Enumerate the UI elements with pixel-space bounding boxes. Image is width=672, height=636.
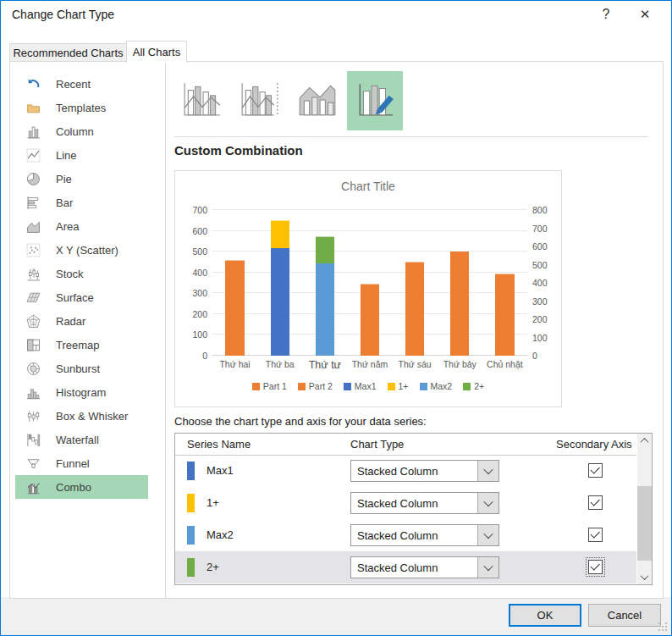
subtype-custom-combination-icon [354, 80, 396, 122]
sidebar-item-waterfall[interactable]: Waterfall [15, 428, 148, 451]
chart-type-dropdown[interactable]: Stacked Column [350, 556, 499, 578]
tab-all-charts[interactable]: All Charts [126, 41, 187, 63]
histogram-icon [25, 384, 41, 400]
secondary-axis-tick-label: 300 [532, 296, 548, 307]
chart-preview: Chart Title 0100200300400500600700 01002… [174, 170, 562, 407]
subtype-custom-combination-button[interactable] [347, 71, 403, 130]
sidebar-item-combo[interactable]: Combo [15, 475, 148, 499]
legend-marker [388, 383, 395, 390]
series-row-1plus[interactable]: 1+Stacked Column [175, 487, 636, 519]
x-axis-label: Thứ năm [347, 359, 392, 369]
pie-icon [25, 171, 41, 186]
series-row-max1[interactable]: Max1Stacked Column [175, 455, 636, 487]
sidebar-item-bar[interactable]: Bar [15, 191, 148, 214]
sidebar-item-sunburst[interactable]: Sunburst [15, 357, 148, 380]
secondary-axis-tick-label: 100 [532, 333, 548, 343]
bar-group-th-s-u [393, 210, 438, 356]
sidebar-item-surface[interactable]: Surface [15, 285, 148, 309]
subtype-clustered-column-line-button[interactable] [174, 71, 230, 130]
sidebar-item-templates[interactable]: Templates [15, 96, 148, 119]
series-name-label: Max2 [207, 528, 234, 541]
sidebar-item-label: Templates [56, 102, 106, 114]
sidebar-item-radar[interactable]: Radar [15, 309, 148, 333]
sidebar-item-histogram[interactable]: Histogram [15, 380, 148, 404]
dropdown-arrow-button[interactable] [477, 461, 498, 481]
sidebar-item-funnel[interactable]: Funnel [15, 451, 148, 475]
sidebar-item-label: Waterfall [56, 434, 99, 446]
help-button[interactable]: ? [592, 4, 620, 25]
bar-group-ch-nh-t [482, 210, 527, 356]
x-axis-label: Thứ hai [212, 359, 257, 369]
legend-marker [420, 383, 427, 390]
sidebar-item-label: Combo [56, 481, 91, 494]
ok-button[interactable]: OK [509, 604, 581, 627]
sidebar-item-pie[interactable]: Pie [15, 167, 148, 191]
secondary-axis-checkbox[interactable] [588, 495, 603, 510]
header-series-name: Series Name [187, 438, 251, 451]
bar-segment-1plus [271, 220, 289, 248]
subtype-clustered-column-line-secondary-axis-button[interactable] [232, 71, 288, 130]
line-icon [25, 147, 41, 163]
series-color-swatch [187, 526, 195, 545]
scrollbar-up-button[interactable] [637, 434, 652, 448]
sidebar-item-label: Column [56, 125, 94, 138]
dropdown-arrow-button[interactable] [477, 557, 498, 578]
x-axis-label: Chủ nhật [482, 359, 527, 369]
chart-type-dropdown[interactable]: Stacked Column [350, 492, 499, 514]
chevron-up-icon [641, 438, 649, 446]
sidebar-item-recent[interactable]: Recent [15, 72, 148, 96]
sidebar-item-line[interactable]: Line [15, 143, 148, 167]
chart-type-dropdown[interactable]: Stacked Column [350, 524, 499, 546]
change-chart-type-dialog: Change Chart Type ? ✕ Recommended Charts… [0, 0, 672, 636]
secondary-axis-checkbox[interactable] [588, 560, 603, 574]
title-bar: Change Chart Type ? ✕ [1, 1, 671, 28]
sidebar-item-label: Recent [56, 78, 91, 91]
secondary-axis-tick-label: 200 [532, 314, 548, 324]
sidebar-item-label: Surface [56, 291, 94, 304]
bar-segment-part-1 [361, 315, 379, 356]
all-charts-pane: RecentTemplatesColumnLinePieBarAreaX Y (… [9, 61, 664, 599]
series-row-max2[interactable]: Max2Stacked Column [175, 519, 636, 551]
chart-type-dropdown[interactable]: Stacked Column [350, 460, 499, 482]
bar-segment-part-1 [405, 295, 424, 356]
series-name-label: 2+ [207, 561, 219, 573]
table-scrollbar[interactable] [637, 434, 652, 584]
legend-marker [298, 383, 306, 390]
scrollbar-down-button[interactable] [637, 570, 652, 584]
sidebar-item-area[interactable]: Area [15, 214, 148, 238]
secondary-axis-tick-label: 800 [532, 205, 548, 215]
footer-bar: OK Cancel [1, 597, 671, 635]
series-name-label: 1+ [207, 496, 219, 509]
sidebar-item-treemap[interactable]: Treemap [15, 333, 148, 357]
sidebar-item-label: Line [56, 149, 77, 162]
secondary-axis-checkbox[interactable] [588, 528, 603, 542]
stock-icon [25, 266, 41, 281]
tab-recommended-charts[interactable]: Recommended Charts [9, 43, 127, 62]
cancel-button[interactable]: Cancel [588, 604, 661, 627]
bar-group-th-t [302, 210, 347, 356]
resize-grip[interactable] [658, 622, 669, 633]
series-color-swatch [187, 462, 195, 480]
close-button[interactable]: ✕ [631, 4, 659, 25]
secondary-axis-tick-label: 500 [532, 260, 548, 270]
primary-axis-tick-label: 0 [202, 351, 207, 361]
chart-legend: Part 1Part 2Max11+Max22+ [175, 381, 561, 391]
bar-segment-part-2 [225, 260, 244, 292]
dropdown-arrow-button[interactable] [477, 493, 498, 513]
subtype-stacked-area-clustered-column-button[interactable] [289, 71, 345, 130]
sidebar-item-box-whisker[interactable]: Box & Whisker [15, 404, 148, 428]
secondary-axis-checkbox[interactable] [588, 463, 603, 478]
legend-label: 1+ [399, 381, 409, 391]
sidebar-item-x-y-scatter[interactable]: X Y (Scatter) [15, 238, 148, 262]
dropdown-arrow-button[interactable] [477, 525, 498, 545]
series-row-2plus[interactable]: 2+Stacked Column [175, 551, 636, 583]
sidebar-item-label: Treemap [56, 339, 100, 351]
secondary-axis-tick-label: 700 [532, 224, 548, 234]
sidebar-item-column[interactable]: Column [15, 119, 148, 143]
primary-axis-tick-label: 200 [192, 309, 207, 319]
scrollbar-thumb[interactable] [637, 486, 652, 561]
bar-group-th-n-m [347, 210, 392, 356]
legend-item-part-2: Part 2 [298, 381, 333, 391]
sidebar-item-stock[interactable]: Stock [15, 262, 148, 285]
combo-icon [25, 479, 41, 495]
